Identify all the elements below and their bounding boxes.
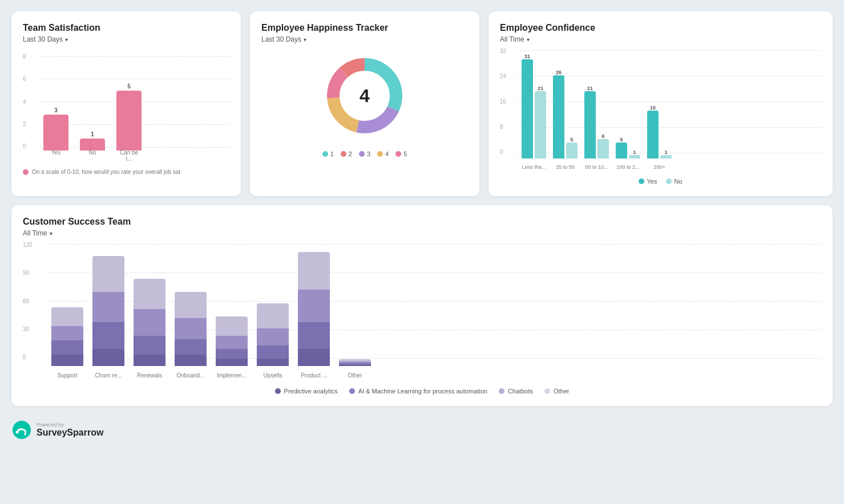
- donut-legend-1: 1: [322, 151, 334, 157]
- confidence-subtitle[interactable]: All Time ▾: [500, 35, 821, 43]
- conf-group-4: 5 1: [616, 137, 640, 158]
- cs-legend-chatbots: Chatbots: [499, 388, 533, 395]
- bar-group-no: 1: [80, 131, 105, 151]
- donut-legend-4: 4: [377, 151, 389, 157]
- cs-legend-predictive: Predictive analytics: [275, 388, 338, 395]
- cs-legend-dot-3: [499, 388, 504, 394]
- top-row: Team Satisfaction Last 30 Days ▾ 8 6: [11, 11, 833, 196]
- donut-legend-3: 3: [359, 151, 370, 157]
- ts-legend-dot: [23, 169, 29, 175]
- cs-chart: 120 90 60 30 0: [23, 244, 821, 381]
- chevron-down-icon-4: ▾: [50, 230, 53, 237]
- cs-x-labels: Support Churn re... Renewals Onboardi...…: [51, 372, 815, 379]
- cs-legend-dot-4: [544, 388, 550, 394]
- cs-bar-onboarding: [175, 292, 207, 366]
- surveysparrow-logo: [11, 420, 32, 440]
- x-labels: Yes No Can be I...: [43, 149, 224, 162]
- happiness-title: Employee Happiness Tracker: [261, 23, 468, 33]
- conf-legend-no-dot: [666, 178, 672, 184]
- donut-center-value: 4: [360, 86, 370, 107]
- bar-no: [80, 139, 105, 151]
- chevron-down-icon-3: ▾: [527, 36, 530, 43]
- footer: Powered by SurveySparrow: [11, 415, 833, 445]
- happiness-subtitle[interactable]: Last 30 Days ▾: [261, 35, 468, 43]
- happiness-card: Employee Happiness Tracker Last 30 Days …: [250, 11, 479, 196]
- team-satisfaction-card: Team Satisfaction Last 30 Days ▾ 8 6: [11, 11, 241, 196]
- svg-point-7: [16, 431, 19, 434]
- customer-success-card: Customer Success Team All Time ▾ 120 90 …: [11, 205, 833, 406]
- conf-bars: 31 21 26: [522, 56, 819, 158]
- bar-group-yes: 3: [43, 107, 68, 151]
- donut-legend: 1 2 3 4 5: [322, 151, 407, 157]
- bar-yes: [43, 115, 68, 151]
- conf-group-3: 21 6: [584, 86, 609, 158]
- cs-legend-other: Other: [544, 388, 570, 395]
- bars-container: 3 1 5: [43, 55, 224, 151]
- legend-dot-5: [395, 151, 401, 157]
- dashboard: Team Satisfaction Last 30 Days ▾ 8 6: [11, 11, 833, 445]
- donut-legend-2: 2: [341, 151, 352, 157]
- legend-dot-1: [322, 151, 328, 157]
- donut-legend-5: 5: [395, 151, 407, 157]
- cs-bar-upsells: [257, 303, 289, 366]
- cs-legend-dot-2: [349, 388, 355, 394]
- cs-bar-other: [339, 359, 371, 366]
- chevron-down-icon-2: ▾: [304, 36, 306, 43]
- cs-legend: Predictive analytics AI & Machine Learni…: [23, 388, 821, 395]
- cs-subtitle[interactable]: All Time ▾: [23, 229, 821, 237]
- cs-bar-support: [51, 307, 83, 366]
- cs-y-axis: 120 90 60 30 0: [23, 242, 33, 360]
- conf-group-5: 15 1: [647, 105, 672, 158]
- conf-group-2: 26 5: [553, 70, 578, 158]
- confidence-title: Employee Confidence: [500, 23, 821, 33]
- legend-dot-4: [377, 151, 383, 157]
- conf-legend-yes-dot: [639, 178, 644, 184]
- bar-group-canbe: 5: [116, 83, 142, 151]
- legend-dot-2: [341, 151, 346, 157]
- cs-bar-implementation: [216, 316, 248, 366]
- bar-canbe: [116, 91, 142, 151]
- confidence-card: Employee Confidence All Time ▾ 32 24: [488, 11, 833, 196]
- chevron-down-icon: ▾: [65, 36, 68, 43]
- donut-wrapper: 4: [319, 50, 410, 141]
- y-axis: 8 6 4 2 0: [23, 54, 26, 149]
- legend-dot-3: [359, 151, 365, 157]
- conf-legend: Yes No: [500, 178, 821, 185]
- conf-y-axis: 32 24 16 8 0: [500, 48, 506, 155]
- cs-legend-dot-1: [275, 388, 281, 394]
- confidence-chart: 32 24 16 8 0 31: [500, 50, 821, 176]
- cs-bars-container: [51, 252, 815, 366]
- conf-x-labels: Less tha... 25 to 50 50 to 10... 100 to …: [522, 164, 819, 170]
- cs-legend-ai: AI & Machine Learning for process automa…: [349, 388, 487, 395]
- donut-container: 4 1 2 3: [261, 50, 468, 157]
- team-satisfaction-subtitle[interactable]: Last 30 Days ▾: [23, 35, 229, 43]
- cs-bar-renewals: [134, 279, 165, 366]
- team-satisfaction-title: Team Satisfaction: [23, 23, 229, 33]
- cs-title: Customer Success Team: [23, 217, 821, 227]
- cs-bar-churn: [92, 256, 124, 366]
- cs-bar-product: [298, 252, 330, 366]
- conf-group-1: 31 21: [522, 54, 546, 158]
- ts-legend: On a scale of 0-10, how would you rate y…: [23, 169, 229, 175]
